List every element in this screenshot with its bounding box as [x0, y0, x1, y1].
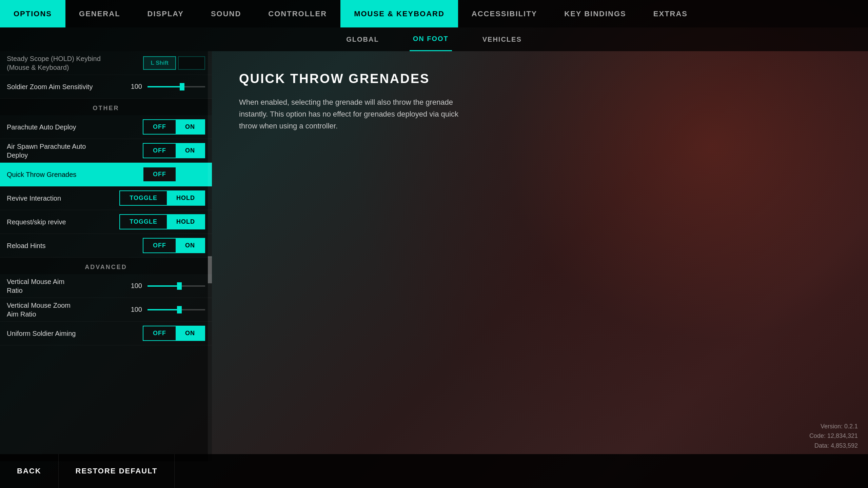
nav-key-bindings[interactable]: KEY BINDINGS [551, 0, 640, 27]
nav-accessibility[interactable]: ACCESSIBILITY [458, 0, 551, 27]
air-spawn-parachute-label: Air Spawn Parachute Auto Deploy [7, 142, 108, 160]
bottom-bar: BACK RESTORE DEFAULT [0, 454, 868, 488]
settings-list: Steady Scope (HOLD) Keybind(Mouse & Keyb… [0, 51, 212, 345]
info-panel: QUICK THROW GRENADES When enabled, selec… [212, 51, 868, 454]
revive-interaction-label: Revive Interaction [7, 194, 61, 203]
version-line2: Code: 12,834,321 [809, 431, 858, 441]
setting-uniform-soldier-aiming[interactable]: Uniform Soldier Aiming OFF ON [0, 322, 212, 345]
parachute-toggle[interactable]: OFF ON [143, 119, 205, 135]
request-toggle-btn[interactable]: TOGGLE [120, 215, 167, 229]
parachute-on-btn[interactable]: ON [176, 120, 204, 134]
nav-general[interactable]: GENERAL [65, 0, 134, 27]
uniform-aiming-on-btn[interactable]: ON [176, 326, 204, 340]
nav-display[interactable]: DISPLAY [134, 0, 197, 27]
top-navigation: OPTIONS GENERAL DISPLAY SOUND CONTROLLER… [0, 0, 868, 27]
revive-interaction-toggle[interactable]: TOGGLE HOLD [119, 190, 205, 206]
revive-toggle-btn[interactable]: TOGGLE [120, 191, 167, 205]
vertical-mouse-zoom-label: Vertical Mouse ZoomAim Ratio [7, 301, 71, 319]
vertical-mouse-zoom-thumb[interactable] [177, 306, 182, 313]
vertical-mouse-aim-fill [147, 285, 179, 287]
setting-quick-throw-grenades[interactable]: Quick Throw Grenades OFF ON [0, 163, 212, 186]
request-hold-btn[interactable]: HOLD [167, 215, 204, 229]
zoom-sensitivity-thumb[interactable] [180, 83, 184, 90]
nav-options[interactable]: OPTIONS [0, 0, 65, 27]
vertical-mouse-zoom-value: 100 [125, 306, 142, 313]
scrollbar-thumb[interactable] [208, 256, 212, 283]
info-title: QUICK THROW GRENADES [239, 72, 841, 86]
revive-hold-btn[interactable]: HOLD [167, 191, 204, 205]
reload-hints-on-btn[interactable]: ON [176, 239, 204, 252]
uniform-aiming-toggle[interactable]: OFF ON [143, 326, 205, 341]
uniform-aiming-off-btn[interactable]: OFF [143, 326, 176, 340]
version-info: Version: 0.2.1 Code: 12,834,321 Data: 4,… [809, 422, 858, 451]
nav-sound[interactable]: SOUND [197, 0, 255, 27]
parachute-off-btn[interactable]: OFF [143, 120, 176, 134]
quick-throw-off-btn[interactable]: OFF [143, 167, 176, 181]
reload-hints-off-btn[interactable]: OFF [143, 239, 176, 252]
nav-mouse-keyboard[interactable]: MOUSE & KEYBOARD [340, 0, 458, 27]
nav-extras[interactable]: EXTRAS [640, 0, 701, 27]
setting-zoom-sensitivity[interactable]: Soldier Zoom Aim Sensitivity 100 [0, 75, 212, 99]
keybind-empty[interactable] [178, 56, 205, 70]
setting-vertical-mouse-aim[interactable]: Vertical Mouse AimRatio 100 [0, 274, 212, 298]
sub-nav-on-foot[interactable]: ON FOOT [410, 27, 452, 51]
setting-revive-interaction[interactable]: Revive Interaction TOGGLE HOLD [0, 186, 212, 210]
nav-controller[interactable]: CONTROLLER [255, 0, 340, 27]
request-revive-toggle[interactable]: TOGGLE HOLD [119, 214, 205, 229]
uniform-soldier-aiming-label: Uniform Soldier Aiming [7, 329, 76, 338]
setting-request-skip-revive[interactable]: Request/skip revive TOGGLE HOLD [0, 210, 212, 234]
setting-vertical-mouse-zoom[interactable]: Vertical Mouse ZoomAim Ratio 100 [0, 298, 212, 322]
reload-hints-toggle[interactable]: OFF ON [143, 238, 205, 253]
vertical-mouse-aim-track[interactable] [147, 285, 205, 287]
sub-nav-vehicles[interactable]: VEHICLES [479, 27, 525, 51]
vertical-mouse-zoom-track[interactable] [147, 309, 205, 310]
quick-throw-toggle[interactable]: OFF ON [143, 167, 205, 182]
quick-throw-grenades-label: Quick Throw Grenades [7, 170, 76, 179]
advanced-section-header: ADVANCED [0, 258, 212, 274]
vertical-mouse-aim-thumb[interactable] [177, 282, 182, 290]
keybind-lshift[interactable]: L Shift [143, 56, 176, 70]
vertical-mouse-aim-value: 100 [125, 282, 142, 290]
steady-scope-keybind: L Shift [143, 56, 205, 70]
reload-hints-label: Reload Hints [7, 241, 46, 250]
zoom-sensitivity-slider[interactable]: 100 [125, 83, 205, 90]
zoom-sensitivity-track[interactable] [147, 86, 205, 87]
back-button[interactable]: BACK [0, 454, 59, 488]
steady-scope-label: Steady Scope (HOLD) Keybind(Mouse & Keyb… [7, 54, 101, 72]
zoom-sensitivity-fill [147, 86, 182, 87]
setting-air-spawn-parachute[interactable]: Air Spawn Parachute Auto Deploy OFF ON [0, 139, 212, 163]
scrollbar[interactable] [208, 51, 212, 461]
restore-default-button[interactable]: RESTORE DEFAULT [59, 454, 175, 488]
setting-reload-hints[interactable]: Reload Hints OFF ON [0, 234, 212, 258]
other-section-header: OTHER [0, 99, 212, 115]
sub-nav-global[interactable]: GLOBAL [343, 27, 382, 51]
vertical-mouse-aim-slider[interactable]: 100 [125, 282, 205, 290]
air-spawn-toggle[interactable]: OFF ON [143, 143, 205, 158]
setting-parachute-auto-deploy[interactable]: Parachute Auto Deploy OFF ON [0, 115, 212, 139]
vertical-mouse-zoom-slider[interactable]: 100 [125, 306, 205, 313]
quick-throw-on-btn[interactable]: ON [176, 167, 204, 181]
setting-steady-scope[interactable]: Steady Scope (HOLD) Keybind(Mouse & Keyb… [0, 51, 212, 75]
vertical-mouse-aim-label: Vertical Mouse AimRatio [7, 277, 64, 295]
version-line1: Version: 0.2.1 [809, 422, 858, 431]
sub-navigation: GLOBAL ON FOOT VEHICLES [0, 27, 868, 51]
version-line3: Data: 4,853,592 [809, 441, 858, 451]
request-skip-revive-label: Request/skip revive [7, 218, 66, 226]
info-description: When enabled, selecting the grenade will… [239, 96, 476, 132]
air-spawn-off-btn[interactable]: OFF [143, 144, 176, 158]
zoom-sensitivity-label: Soldier Zoom Aim Sensitivity [7, 82, 93, 91]
vertical-mouse-zoom-fill [147, 309, 179, 310]
air-spawn-on-btn[interactable]: ON [176, 144, 204, 158]
settings-panel: Steady Scope (HOLD) Keybind(Mouse & Keyb… [0, 51, 212, 461]
zoom-sensitivity-value: 100 [125, 83, 142, 90]
parachute-auto-deploy-label: Parachute Auto Deploy [7, 123, 76, 131]
